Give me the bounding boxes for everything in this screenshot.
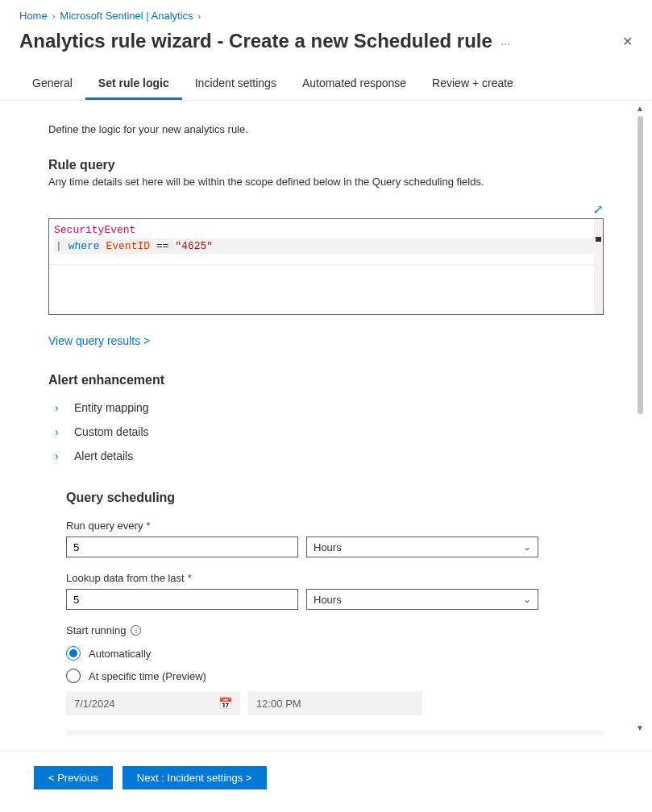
start-running-label: Start running xyxy=(66,624,126,636)
query-token-field: EventID xyxy=(106,240,150,252)
accordion-label: Entity mapping xyxy=(74,401,149,414)
intro-text: Define the logic for your new analytics … xyxy=(48,123,604,135)
tab-review-create[interactable]: Review + create xyxy=(419,67,526,100)
run-every-label: Run query every xyxy=(66,520,143,532)
radio-specific-time[interactable] xyxy=(66,669,81,683)
calendar-icon: 📅 xyxy=(218,697,232,710)
chevron-right-icon: › xyxy=(55,401,64,414)
wizard-footer: < Previous Next : Incident settings > xyxy=(0,751,652,812)
accordion-label: Alert details xyxy=(74,450,133,462)
info-banner: i Starting automatically, the rule will … xyxy=(66,730,604,735)
page-scrollbar[interactable]: ▲ ▼ xyxy=(634,101,646,735)
query-token-op: == xyxy=(156,240,169,252)
radio-automatically[interactable] xyxy=(66,646,81,661)
start-time-value: 12:00 PM xyxy=(256,698,301,710)
rule-query-title: Rule query xyxy=(48,158,604,172)
accordion-custom-details[interactable]: › Custom details xyxy=(48,420,604,444)
lookup-value-input[interactable] xyxy=(66,589,298,610)
view-query-results-link[interactable]: View query results > xyxy=(48,334,150,347)
select-value: Hours xyxy=(314,594,342,606)
lookup-unit-select[interactable]: Hours ⌄ xyxy=(306,589,538,610)
chevron-right-icon: › xyxy=(52,11,56,21)
start-date-value: 7/1/2024 xyxy=(74,698,115,710)
info-icon[interactable]: i xyxy=(131,625,141,636)
chevron-down-icon: ⌄ xyxy=(523,541,531,553)
chevron-right-icon: › xyxy=(55,450,64,462)
breadcrumb-home[interactable]: Home xyxy=(19,10,48,22)
accordion-entity-mapping[interactable]: › Entity mapping xyxy=(48,396,604,420)
required-marker: * xyxy=(146,520,150,532)
page-title: Analytics rule wizard - Create a new Sch… xyxy=(19,30,492,52)
accordion-label: Custom details xyxy=(74,425,149,438)
radio-automatically-label: Automatically xyxy=(89,648,151,660)
scroll-down-icon[interactable]: ▼ xyxy=(636,720,644,735)
content-scroll[interactable]: Define the logic for your new analytics … xyxy=(0,101,652,735)
run-every-unit-select[interactable]: Hours ⌄ xyxy=(306,536,538,557)
start-date-input: 7/1/2024 📅 xyxy=(66,691,240,715)
tab-automated-response[interactable]: Automated response xyxy=(289,67,419,100)
breadcrumb: Home › Microsoft Sentinel | Analytics › xyxy=(0,0,652,27)
chevron-down-icon: ⌄ xyxy=(523,594,531,605)
next-button[interactable]: Next : Incident settings > xyxy=(123,766,267,789)
query-scheduling-title: Query scheduling xyxy=(66,491,604,505)
chevron-right-icon: › xyxy=(55,425,64,438)
chevron-right-icon: › xyxy=(198,11,201,21)
tab-general[interactable]: General xyxy=(19,67,85,100)
select-value: Hours xyxy=(314,541,342,553)
rule-query-subtitle: Any time details set here will be within… xyxy=(48,176,604,188)
more-icon[interactable]: … xyxy=(500,35,512,48)
tab-incident-settings[interactable]: Incident settings xyxy=(182,67,289,100)
run-every-value-input[interactable] xyxy=(66,536,298,557)
query-scrollbar[interactable] xyxy=(594,219,603,314)
close-icon[interactable]: ✕ xyxy=(622,34,633,49)
start-time-input: 12:00 PM xyxy=(248,691,422,715)
required-marker: * xyxy=(188,572,192,584)
radio-specific-time-label: At specific time (Preview) xyxy=(89,670,206,682)
lookup-label: Lookup data from the last xyxy=(66,572,185,584)
previous-button[interactable]: < Previous xyxy=(34,766,113,789)
accordion-alert-details[interactable]: › Alert details xyxy=(48,444,604,468)
query-token-string: "4625" xyxy=(175,240,213,252)
tab-set-rule-logic[interactable]: Set rule logic xyxy=(85,67,182,100)
query-token-pipe: | xyxy=(56,240,62,252)
tabs: General Set rule logic Incident settings… xyxy=(0,67,652,101)
scroll-up-icon[interactable]: ▲ xyxy=(636,101,644,116)
query-editor[interactable]: SecurityEvent | where EventID == "4625" xyxy=(48,218,604,315)
alert-enhancement-title: Alert enhancement xyxy=(48,373,604,387)
breadcrumb-sentinel[interactable]: Microsoft Sentinel | Analytics xyxy=(60,10,193,22)
query-token-table: SecurityEvent xyxy=(54,224,135,236)
query-token-where: where xyxy=(69,240,100,252)
expand-icon[interactable]: ⤢ xyxy=(593,202,604,217)
